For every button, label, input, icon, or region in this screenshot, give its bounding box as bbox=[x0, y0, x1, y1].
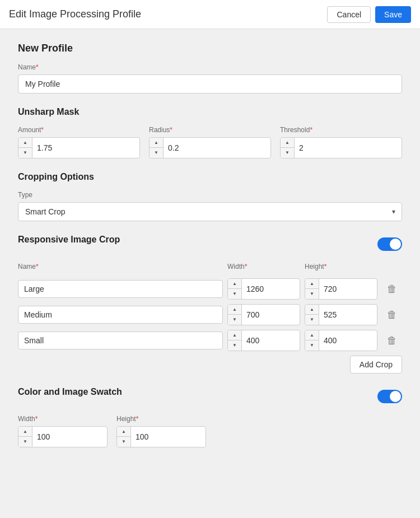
swatch-width-spinner: ▲ ▼ bbox=[18, 426, 108, 447]
toggle-knob bbox=[390, 239, 401, 250]
profile-section: New Profile Name* bbox=[18, 43, 402, 94]
crop-width-up-1[interactable]: ▲ bbox=[228, 305, 241, 315]
radius-input[interactable] bbox=[164, 141, 270, 155]
radius-spinner: ▲ ▼ bbox=[149, 137, 271, 158]
color-swatch-section: Color and Image Swatch Width* ▲ ▼ bbox=[18, 387, 402, 447]
unsharp-mask-section: Unsharp Mask Amount* ▲ ▼ Radius* bbox=[18, 107, 402, 158]
swatch-height-field: Height* ▲ ▼ bbox=[116, 415, 206, 447]
swatch-height-up-button[interactable]: ▲ bbox=[117, 427, 130, 437]
color-swatch-toggle[interactable] bbox=[377, 390, 402, 403]
type-select[interactable]: Smart Crop Manual Crop No Crop bbox=[18, 202, 402, 221]
delete-crop-button-1[interactable]: 🗑 bbox=[382, 307, 402, 323]
threshold-input[interactable] bbox=[295, 141, 402, 155]
profile-name-input[interactable] bbox=[18, 74, 402, 94]
amount-down-button[interactable]: ▼ bbox=[18, 148, 32, 158]
crop-width-spinner-0: ▲ ▼ bbox=[227, 278, 300, 300]
radius-field: Radius* ▲ ▼ bbox=[149, 126, 271, 158]
crop-row: ▲ ▼ ▲ ▼ 🗑 bbox=[18, 330, 402, 351]
main-content: New Profile Name* Unsharp Mask Amount* ▲… bbox=[0, 29, 420, 461]
crop-row: ▲ ▼ ▲ ▼ 🗑 bbox=[18, 304, 402, 325]
color-swatch-toggle-knob bbox=[390, 391, 401, 402]
crop-width-down-1[interactable]: ▼ bbox=[228, 315, 241, 325]
unsharp-mask-title: Unsharp Mask bbox=[18, 107, 402, 117]
cropping-options-section: Cropping Options Type Smart Crop Manual … bbox=[18, 172, 402, 221]
cropping-options-title: Cropping Options bbox=[18, 172, 402, 182]
crop-width-down-2[interactable]: ▼ bbox=[228, 340, 241, 351]
amount-field: Amount* ▲ ▼ bbox=[18, 126, 140, 158]
crop-name-input-2[interactable] bbox=[18, 332, 223, 349]
crop-rows-container: ▲ ▼ ▲ ▼ 🗑 ▲ ▼ bbox=[18, 278, 402, 351]
crop-height-up-0[interactable]: ▲ bbox=[305, 279, 319, 289]
delete-crop-button-0[interactable]: 🗑 bbox=[382, 281, 402, 297]
profile-heading: New Profile bbox=[18, 43, 402, 54]
crop-height-down-0[interactable]: ▼ bbox=[305, 289, 319, 299]
crop-height-down-2[interactable]: ▼ bbox=[305, 340, 319, 351]
type-select-wrapper: Smart Crop Manual Crop No Crop ▾ bbox=[18, 202, 402, 221]
radius-up-button[interactable]: ▲ bbox=[150, 138, 163, 148]
crop-width-input-1[interactable] bbox=[242, 308, 300, 321]
threshold-field: Threshold* ▲ ▼ bbox=[280, 126, 402, 158]
responsive-image-crop-section: Responsive Image Crop Name* Width* Heigh… bbox=[18, 235, 402, 374]
crop-height-down-1[interactable]: ▼ bbox=[305, 315, 319, 325]
swatch-width-field: Width* ▲ ▼ bbox=[18, 415, 108, 447]
crop-height-spinner-1: ▲ ▼ bbox=[305, 304, 377, 325]
crop-width-down-0[interactable]: ▼ bbox=[228, 289, 241, 299]
cancel-button[interactable]: Cancel bbox=[327, 6, 371, 23]
crop-width-spinner-2: ▲ ▼ bbox=[227, 330, 300, 351]
crop-width-input-0[interactable] bbox=[242, 282, 300, 296]
threshold-down-button[interactable]: ▼ bbox=[281, 148, 294, 158]
threshold-spinner: ▲ ▼ bbox=[280, 137, 402, 158]
delete-crop-button-2[interactable]: 🗑 bbox=[382, 333, 402, 349]
header-actions: Cancel Save bbox=[327, 6, 411, 23]
crop-height-input-0[interactable] bbox=[319, 282, 377, 296]
name-label: Name* bbox=[18, 63, 402, 71]
swatch-width-down-button[interactable]: ▼ bbox=[18, 437, 32, 447]
crop-width-input-2[interactable] bbox=[242, 334, 300, 347]
responsive-crop-toggle[interactable] bbox=[377, 237, 402, 251]
threshold-up-button[interactable]: ▲ bbox=[281, 138, 294, 148]
swatch-height-input[interactable] bbox=[131, 430, 206, 444]
crop-width-spinner-1: ▲ ▼ bbox=[227, 304, 300, 325]
radius-down-button[interactable]: ▼ bbox=[150, 148, 163, 158]
swatch-height-down-button[interactable]: ▼ bbox=[117, 437, 130, 447]
crop-height-spinner-2: ▲ ▼ bbox=[305, 330, 377, 351]
crop-height-up-1[interactable]: ▲ bbox=[305, 305, 319, 315]
crop-height-spinner-0: ▲ ▼ bbox=[305, 278, 377, 300]
swatch-height-spinner: ▲ ▼ bbox=[116, 426, 206, 447]
add-crop-button[interactable]: Add Crop bbox=[350, 356, 402, 374]
crop-width-up-2[interactable]: ▲ bbox=[228, 330, 241, 340]
swatch-width-input[interactable] bbox=[32, 430, 107, 444]
crop-height-input-2[interactable] bbox=[319, 334, 377, 347]
color-swatch-header-row: Color and Image Swatch bbox=[18, 387, 402, 406]
crop-name-input-0[interactable] bbox=[18, 280, 223, 298]
responsive-crop-title: Responsive Image Crop bbox=[18, 235, 120, 245]
crop-height-up-2[interactable]: ▲ bbox=[305, 330, 319, 340]
crop-width-up-0[interactable]: ▲ bbox=[228, 279, 241, 289]
responsive-crop-header-row: Responsive Image Crop bbox=[18, 235, 402, 254]
swatch-width-up-button[interactable]: ▲ bbox=[18, 427, 32, 437]
swatch-dimensions: Width* ▲ ▼ Height* ▲ ▼ bbox=[18, 415, 402, 447]
crop-table-header: Name* Width* Height* bbox=[18, 263, 402, 274]
crop-height-input-1[interactable] bbox=[319, 308, 377, 321]
color-swatch-title: Color and Image Swatch bbox=[18, 387, 122, 397]
save-button[interactable]: Save bbox=[375, 6, 411, 23]
crop-name-input-1[interactable] bbox=[18, 306, 223, 324]
amount-spinner: ▲ ▼ bbox=[18, 137, 140, 158]
page-title: Edit Image Processing Profile bbox=[9, 8, 141, 20]
crop-row: ▲ ▼ ▲ ▼ 🗑 bbox=[18, 278, 402, 300]
page-header: Edit Image Processing Profile Cancel Sav… bbox=[0, 0, 420, 29]
amount-input[interactable] bbox=[32, 141, 139, 155]
type-label: Type bbox=[18, 191, 402, 199]
amount-up-button[interactable]: ▲ bbox=[18, 138, 32, 148]
unsharp-mask-fields: Amount* ▲ ▼ Radius* ▲ ▼ bbox=[18, 126, 402, 158]
add-crop-row: Add Crop bbox=[18, 356, 402, 374]
